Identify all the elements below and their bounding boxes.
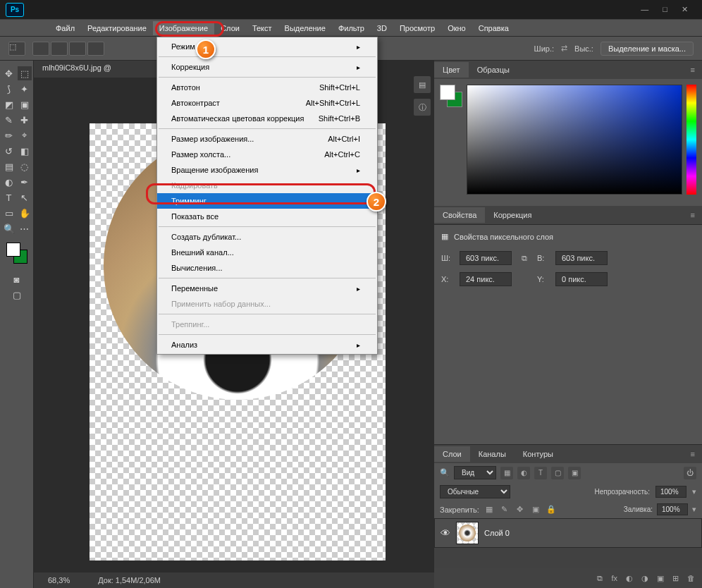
pen-tool[interactable]: ✒ xyxy=(18,175,32,189)
menu-окно[interactable]: Окно xyxy=(441,21,472,35)
panel-menu-icon[interactable]: ≡ xyxy=(684,450,702,458)
gradient-tool[interactable]: ▤ xyxy=(2,159,16,173)
color-picker[interactable] xyxy=(467,85,682,195)
menu-item--[interactable]: Создать дубликат... xyxy=(157,229,377,245)
tab-swatches[interactable]: Образцы xyxy=(469,62,518,78)
height-input[interactable] xyxy=(555,251,608,265)
menu-item--[interactable]: Показать все xyxy=(157,209,377,224)
menu-item--[interactable]: Размер изображения...Alt+Ctrl+I xyxy=(157,131,377,147)
link-icon[interactable]: ⧉ xyxy=(519,254,530,263)
menu-справка[interactable]: Справка xyxy=(472,21,515,35)
menu-текст[interactable]: Текст xyxy=(246,21,278,35)
y-input[interactable] xyxy=(555,272,608,286)
path-tool[interactable]: ↖ xyxy=(18,190,32,204)
maximize-button[interactable]: □ xyxy=(663,5,667,14)
hand-tool[interactable]: ✋ xyxy=(18,206,32,220)
zoom-tool[interactable]: 🔍 xyxy=(2,221,16,235)
color-swatches[interactable] xyxy=(440,85,462,107)
menu-фильтр[interactable]: Фильтр xyxy=(332,21,371,35)
foreground-background-colors[interactable] xyxy=(6,243,27,264)
quickmask-icon[interactable]: ◙ xyxy=(10,272,24,286)
selection-new-icon[interactable] xyxy=(32,42,49,56)
link-layers-icon[interactable]: ⧉ xyxy=(597,574,603,583)
filter-type-icon[interactable]: T xyxy=(534,467,547,479)
tab-properties[interactable]: Свойства xyxy=(434,207,485,223)
menu-item--[interactable]: Тримминг... xyxy=(157,193,377,209)
wand-tool[interactable]: ✦ xyxy=(18,82,32,96)
blend-mode-select[interactable]: Обычные xyxy=(440,485,510,498)
tab-color[interactable]: Цвет xyxy=(434,62,469,78)
layer-thumbnail[interactable] xyxy=(456,522,479,544)
menu-item--[interactable]: Вращение изображения xyxy=(157,162,377,178)
zoom-level[interactable]: 68,3% xyxy=(48,576,70,584)
fill-input[interactable] xyxy=(657,503,688,515)
menu-item--[interactable]: АвтотонShift+Ctrl+L xyxy=(157,80,377,95)
lasso-tool[interactable]: ⟆ xyxy=(2,82,16,96)
close-button[interactable]: ✕ xyxy=(682,5,688,14)
screenmode-icon[interactable]: ▢ xyxy=(10,288,24,302)
tab-channels[interactable]: Каналы xyxy=(470,446,515,462)
tab-adjustments[interactable]: Коррекция xyxy=(485,207,540,223)
panel-menu-icon[interactable]: ≡ xyxy=(684,211,702,219)
filter-shape-icon[interactable]: ▢ xyxy=(551,467,564,479)
filter-smart-icon[interactable]: ▣ xyxy=(568,467,581,479)
filter-pixel-icon[interactable]: ▦ xyxy=(500,467,513,479)
minimize-button[interactable]: — xyxy=(641,5,648,14)
group-icon[interactable]: ▣ xyxy=(657,574,664,583)
adjustment-icon[interactable]: ◑ xyxy=(641,574,648,583)
menu-item--[interactable]: Вычисления... xyxy=(157,260,377,276)
menu-item--[interactable]: Анализ xyxy=(157,337,377,353)
tab-layers[interactable]: Слои xyxy=(434,446,470,462)
lock-artboard-icon[interactable]: ▣ xyxy=(530,504,541,515)
chevron-down-icon[interactable]: ▾ xyxy=(692,505,696,514)
mask-icon[interactable]: ◐ xyxy=(626,574,633,583)
x-input[interactable] xyxy=(460,272,512,286)
menu-item--[interactable]: Режим xyxy=(157,39,377,54)
lock-position-icon[interactable]: ✥ xyxy=(515,504,526,515)
info-panel-icon[interactable]: ⓘ xyxy=(414,99,431,116)
heal-tool[interactable]: ✚ xyxy=(18,113,32,127)
lock-brush-icon[interactable]: ✎ xyxy=(499,504,510,515)
filter-kind-select[interactable]: Вид xyxy=(454,466,496,479)
menu-3d[interactable]: 3D xyxy=(371,21,393,35)
menu-выделение[interactable]: Выделение xyxy=(278,21,332,35)
chevron-down-icon[interactable]: ▾ xyxy=(692,487,696,496)
shape-tool[interactable]: ▭ xyxy=(2,206,16,220)
menu-item--[interactable]: Внешний канал... xyxy=(157,245,377,260)
selection-intersect-icon[interactable] xyxy=(87,42,104,56)
filter-toggle-icon[interactable]: ⏻ xyxy=(684,467,696,479)
selection-subtract-icon[interactable] xyxy=(69,42,86,56)
layer-name[interactable]: Слой 0 xyxy=(484,529,510,537)
menu-item--[interactable]: Автоматическая цветовая коррекцияShift+C… xyxy=(157,111,377,126)
select-and-mask-button[interactable]: Выделение и маска... xyxy=(601,42,694,56)
hue-slider[interactable] xyxy=(686,85,696,195)
width-input[interactable] xyxy=(460,251,512,265)
lock-all-icon[interactable]: 🔒 xyxy=(546,504,557,515)
menu-item--[interactable]: Размер холста...Alt+Ctrl+C xyxy=(157,147,377,162)
new-layer-icon[interactable]: ⊞ xyxy=(672,574,679,583)
trash-icon[interactable]: 🗑 xyxy=(687,574,695,582)
layer-row[interactable]: 👁 Слой 0 xyxy=(434,518,702,548)
menu-файл[interactable]: Файл xyxy=(49,21,81,35)
visibility-icon[interactable]: 👁 xyxy=(441,527,450,539)
eraser-tool[interactable]: ◧ xyxy=(18,144,32,158)
type-tool[interactable]: T xyxy=(2,190,16,204)
history-brush-tool[interactable]: ↺ xyxy=(2,144,16,158)
selection-add-icon[interactable] xyxy=(51,42,68,56)
opacity-input[interactable] xyxy=(655,486,686,498)
eyedropper-tool[interactable]: ✎ xyxy=(2,113,16,127)
menu-просмотр[interactable]: Просмотр xyxy=(393,21,441,35)
panel-menu-icon[interactable]: ≡ xyxy=(684,66,702,74)
history-panel-icon[interactable]: ▤ xyxy=(414,76,431,93)
menu-item--[interactable]: Коррекция xyxy=(157,59,377,75)
lock-pixels-icon[interactable]: ▦ xyxy=(484,504,495,515)
menu-изображение[interactable]: Изображение xyxy=(153,21,214,35)
edit-toolbar[interactable]: ⋯ xyxy=(18,221,32,235)
frame-tool[interactable]: ▣ xyxy=(18,97,32,111)
move-tool[interactable]: ✥ xyxy=(2,66,16,80)
swap-icon[interactable]: ⇄ xyxy=(561,44,567,53)
dodge-tool[interactable]: ◐ xyxy=(2,175,16,189)
tab-paths[interactable]: Контуры xyxy=(515,446,562,462)
menu-слои[interactable]: Слои xyxy=(214,21,246,35)
menu-item--[interactable]: Переменные xyxy=(157,281,377,296)
